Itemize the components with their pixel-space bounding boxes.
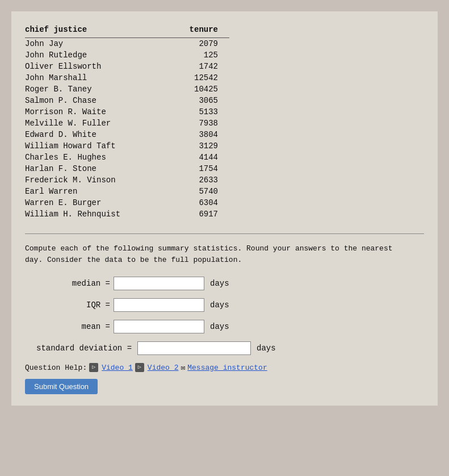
stddev-input[interactable]: [137, 341, 251, 355]
video1-link[interactable]: Video 1: [102, 364, 133, 372]
chief-justice-name: Morrison R. Waite: [25, 106, 175, 118]
table-row: John Rutledge125: [25, 49, 229, 61]
stats-form: median = days IQR = days mean = days sta…: [25, 277, 424, 355]
tenure-value: 5740: [175, 186, 229, 197]
chief-justice-name: John Rutledge: [25, 49, 175, 61]
iqr-label: IQR =: [36, 300, 110, 310]
video2-link[interactable]: Video 2: [148, 364, 179, 372]
mean-label: mean =: [36, 322, 110, 331]
chief-justice-name: Edward D. White: [25, 129, 175, 140]
chief-justice-name: Earl Warren: [25, 186, 175, 197]
tenure-value: 3129: [175, 140, 229, 152]
mean-units: days: [210, 322, 229, 331]
table-row: Earl Warren5740: [25, 186, 229, 197]
chief-justice-name: John Jay: [25, 38, 175, 50]
tenure-value: 2633: [175, 174, 229, 186]
table-row: Salmon P. Chase3065: [25, 95, 229, 106]
col-header-chief-justice: chief justice: [25, 23, 175, 38]
question-help: Question Help: ▷ Video 1 ▷ Video 2 ✉ Mes…: [25, 363, 424, 372]
video2-icon: ▷: [135, 363, 144, 372]
tenure-value: 3804: [175, 129, 229, 140]
median-label: median =: [36, 279, 110, 288]
tenure-value: 5133: [175, 106, 229, 118]
tenure-value: 12542: [175, 72, 229, 83]
main-container: chief justice tenure John Jay2079John Ru…: [11, 11, 438, 406]
tenure-value: 10425: [175, 83, 229, 95]
chief-justice-name: Roger B. Taney: [25, 83, 175, 95]
iqr-units: days: [210, 300, 229, 310]
chief-justice-name: Warren E. Burger: [25, 197, 175, 208]
chief-justice-name: William H. Rehnquist: [25, 208, 175, 220]
chief-justice-table: chief justice tenure John Jay2079John Ru…: [25, 23, 229, 220]
tenure-value: 125: [175, 49, 229, 61]
table-row: Morrison R. Waite5133: [25, 106, 229, 118]
message-instructor-link[interactable]: Message instructor: [187, 364, 267, 372]
separator: [25, 233, 424, 234]
message-icon: ✉: [181, 363, 185, 372]
table-row: William Howard Taft3129: [25, 140, 229, 152]
tenure-value: 6917: [175, 208, 229, 220]
tenure-value: 1742: [175, 61, 229, 72]
stddev-row: standard deviation = days: [36, 341, 424, 355]
table-row: Edward D. White3804: [25, 129, 229, 140]
col-header-tenure: tenure: [175, 23, 229, 38]
table-row: Harlan F. Stone1754: [25, 163, 229, 174]
table-container: chief justice tenure John Jay2079John Ru…: [25, 23, 424, 220]
tenure-value: 3065: [175, 95, 229, 106]
chief-justice-name: Salmon P. Chase: [25, 95, 175, 106]
table-row: Oliver Ellsworth1742: [25, 61, 229, 72]
chief-justice-name: Melville W. Fuller: [25, 118, 175, 129]
stddev-units: days: [257, 344, 276, 353]
submit-question-button[interactable]: Submit Question: [25, 379, 98, 394]
tenure-value: 7938: [175, 118, 229, 129]
iqr-row: IQR = days: [36, 298, 424, 312]
chief-justice-name: William Howard Taft: [25, 140, 175, 152]
chief-justice-name: Harlan F. Stone: [25, 163, 175, 174]
table-row: Roger B. Taney10425: [25, 83, 229, 95]
chief-justice-name: John Marshall: [25, 72, 175, 83]
median-row: median = days: [36, 277, 424, 290]
table-row: Charles E. Hughes4144: [25, 152, 229, 163]
table-row: William H. Rehnquist6917: [25, 208, 229, 220]
median-input[interactable]: [114, 277, 204, 290]
instructions-text: Compute each of the following summary st…: [25, 243, 411, 265]
table-row: Melville W. Fuller7938: [25, 118, 229, 129]
stddev-label: standard deviation =: [36, 344, 132, 353]
tenure-value: 4144: [175, 152, 229, 163]
table-row: Frederick M. Vinson2633: [25, 174, 229, 186]
table-row: John Jay2079: [25, 38, 229, 50]
chief-justice-name: Frederick M. Vinson: [25, 174, 175, 186]
mean-input[interactable]: [114, 320, 204, 333]
tenure-value: 6304: [175, 197, 229, 208]
chief-justice-name: Oliver Ellsworth: [25, 61, 175, 72]
iqr-input[interactable]: [114, 298, 204, 312]
table-row: Warren E. Burger6304: [25, 197, 229, 208]
median-units: days: [210, 279, 229, 288]
help-label: Question Help:: [25, 364, 87, 372]
mean-row: mean = days: [36, 320, 424, 333]
tenure-value: 2079: [175, 38, 229, 50]
video1-icon: ▷: [89, 363, 98, 372]
chief-justice-name: Charles E. Hughes: [25, 152, 175, 163]
table-row: John Marshall12542: [25, 72, 229, 83]
tenure-value: 1754: [175, 163, 229, 174]
